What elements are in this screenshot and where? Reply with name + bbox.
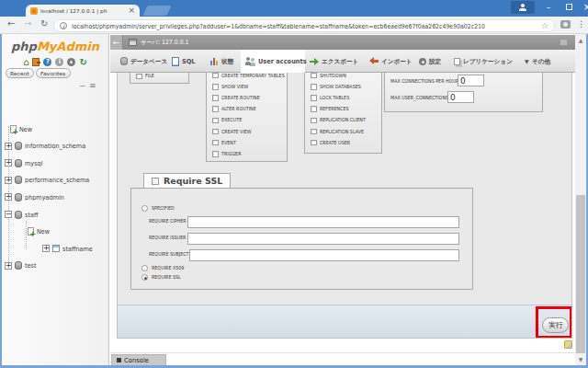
checkbox[interactable] xyxy=(311,140,317,146)
tree-item-information-schema[interactable]: + information_schema xyxy=(5,138,119,155)
privilege-row[interactable]: REPLICATION CLIENT xyxy=(305,115,381,126)
minimize-button[interactable]: – xyxy=(538,0,559,14)
max-user-connections-input[interactable] xyxy=(447,91,474,103)
require-ssl-legend[interactable]: Require SSL xyxy=(143,173,231,189)
settings-gear-icon[interactable] xyxy=(67,58,75,66)
console-toggle[interactable]: Console xyxy=(111,354,166,366)
checkbox[interactable] xyxy=(311,118,317,124)
new-tab-button[interactable] xyxy=(142,6,171,16)
privilege-row[interactable]: CREATE TEMPORARY TABLES xyxy=(207,73,287,81)
collapse-icon[interactable]: − xyxy=(5,211,12,218)
notification-icon[interactable] xyxy=(564,340,572,349)
scroll-down-icon[interactable]: ▼ xyxy=(575,353,586,365)
tree-item-test[interactable]: + test xyxy=(5,258,42,274)
back-icon[interactable]: ← xyxy=(7,18,15,29)
browser-menu-icon[interactable]: ⋮ xyxy=(577,19,585,29)
privilege-row[interactable]: SHOW DATABASES xyxy=(305,81,381,92)
ssl-option-require-ssl[interactable]: REQUIRE SSL xyxy=(141,272,212,282)
radio[interactable] xyxy=(141,205,148,212)
privilege-row[interactable]: CREATE VIEW xyxy=(207,126,287,137)
forward-icon[interactable]: → xyxy=(24,18,31,29)
checkbox[interactable] xyxy=(212,140,219,146)
url-text[interactable]: localhost/phpmyadmin/server_privileges.p… xyxy=(72,23,485,29)
scroll-up-icon[interactable]: ▲ xyxy=(575,34,586,46)
window-close-button[interactable]: × xyxy=(577,0,588,14)
require-cipher-input[interactable] xyxy=(187,216,459,228)
privilege-row[interactable]: LOCK TABLES xyxy=(305,92,381,103)
home-icon[interactable]: ⌂ xyxy=(23,58,28,67)
scrollbar-thumb[interactable] xyxy=(576,195,585,353)
reload-nav-icon[interactable]: ↻ xyxy=(79,58,86,67)
expand-icon[interactable]: + xyxy=(42,245,50,252)
expand-icon[interactable]: + xyxy=(5,262,12,270)
privilege-row[interactable]: EXECUTE xyxy=(207,115,287,126)
checkbox[interactable] xyxy=(311,84,317,90)
require-ssl-checkbox[interactable] xyxy=(152,178,159,185)
phpmyadmin-logo[interactable]: phpMyAdmin xyxy=(2,40,108,53)
tree-item-phpmyadmin[interactable]: + phpmyadmin xyxy=(5,189,85,205)
checkbox[interactable] xyxy=(212,151,219,157)
require-subject-input[interactable] xyxy=(189,249,459,261)
privilege-row[interactable]: SHUTDOWN xyxy=(305,73,381,81)
browser-tab[interactable]: localhost / 127.0.0.1 | ph × xyxy=(26,5,140,17)
tab-settings[interactable]: 設定 xyxy=(414,50,452,73)
maximize-button[interactable] xyxy=(559,0,579,14)
go-button[interactable]: 実行 xyxy=(542,317,569,333)
privilege-row[interactable]: EVENT xyxy=(207,137,287,148)
vertical-scrollbar[interactable]: ▲ ▼ xyxy=(575,34,586,365)
panel-toggle-icon[interactable] xyxy=(560,39,568,46)
checkbox[interactable] xyxy=(136,74,142,80)
privilege-row[interactable]: CREATE ROUTINE xyxy=(207,92,287,103)
address-bar[interactable]: i localhost/phpmyadmin/server_privileges… xyxy=(53,19,555,32)
privilege-row[interactable]: REFERENCES xyxy=(305,104,381,115)
checkbox[interactable] xyxy=(212,129,219,135)
expand-icon[interactable]: + xyxy=(5,193,12,201)
docs-icon[interactable]: i xyxy=(55,58,63,66)
checkbox[interactable] xyxy=(212,106,219,112)
expand-icon[interactable]: + xyxy=(5,177,12,184)
tree-item-new-database[interactable]: New xyxy=(10,121,40,137)
recent-button[interactable]: Recent xyxy=(6,68,34,78)
page-info-icon[interactable]: i xyxy=(60,22,67,29)
tab-user-accounts[interactable]: User accounts xyxy=(241,50,305,73)
expand-icon[interactable]: + xyxy=(5,143,12,150)
nav-panel-icon[interactable]: ≡ xyxy=(89,81,96,90)
collapse-all-icon[interactable]: − xyxy=(79,81,86,90)
privilege-row[interactable]: CREATE USER xyxy=(305,137,381,148)
tab-close-icon[interactable]: × xyxy=(128,5,135,17)
extension-icon[interactable] xyxy=(560,20,571,29)
profile-button[interactable] xyxy=(511,1,535,14)
privilege-row[interactable]: SHOW VIEW xyxy=(207,81,287,92)
privilege-row[interactable]: ALTER ROUTINE xyxy=(207,104,287,115)
checkbox[interactable] xyxy=(311,129,317,135)
max-connections-input[interactable] xyxy=(458,75,484,86)
tree-item-mysql[interactable]: + mysql xyxy=(5,155,52,171)
checkbox[interactable] xyxy=(212,84,219,90)
checkbox[interactable] xyxy=(212,73,219,78)
tab-sql[interactable]: SQL xyxy=(167,50,207,73)
tab-status[interactable]: 状態 xyxy=(206,50,244,73)
tab-more[interactable]: ▼その他 xyxy=(520,50,564,73)
tree-item-new-table[interactable]: New xyxy=(28,224,57,240)
reload-icon[interactable]: ↻ xyxy=(40,18,48,29)
checkbox[interactable] xyxy=(212,95,219,101)
privilege-row[interactable]: FILE xyxy=(130,73,164,82)
checkbox[interactable] xyxy=(311,95,317,101)
tree-item-performance-schema[interactable]: + performance_schema xyxy=(5,172,124,189)
checkbox[interactable] xyxy=(311,73,317,78)
help-icon[interactable]: ? xyxy=(43,58,51,66)
privilege-row[interactable]: TRIGGER xyxy=(207,148,287,159)
tree-item-staffname[interactable]: + staffname xyxy=(42,240,109,257)
expand-icon[interactable]: + xyxy=(5,159,12,167)
ssl-option-specified[interactable]: SPECIFIED xyxy=(141,203,198,213)
require-issuer-input[interactable] xyxy=(187,233,459,245)
ssl-option-x509[interactable]: REQUIRE X509 xyxy=(141,263,220,273)
checkbox[interactable] xyxy=(311,106,317,112)
tree-item-staff[interactable]: − staff xyxy=(5,206,45,223)
favorites-button[interactable]: Favorites xyxy=(36,68,71,78)
bookmark-star-icon[interactable]: ☆ xyxy=(541,21,548,30)
nav-back-icon[interactable]: ← xyxy=(110,35,123,50)
privilege-row[interactable]: REPLICATION SLAVE xyxy=(305,126,381,137)
checkbox[interactable] xyxy=(212,118,219,124)
logout-icon[interactable] xyxy=(32,58,40,66)
